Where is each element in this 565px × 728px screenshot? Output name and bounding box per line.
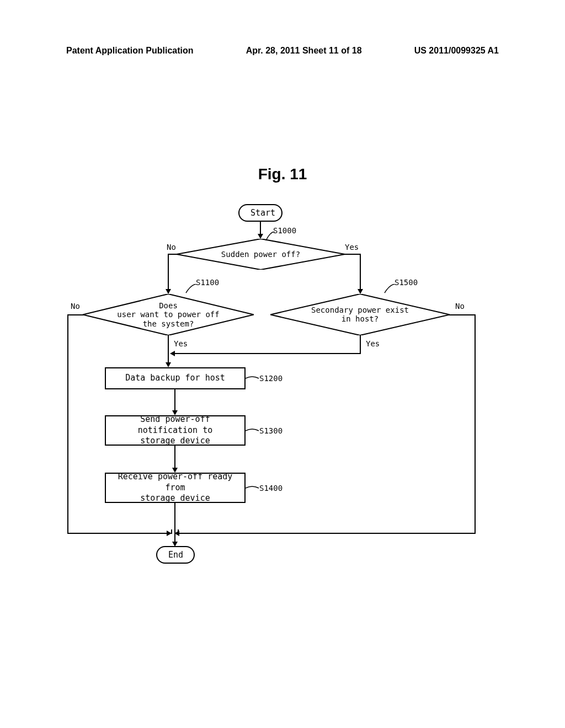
s1300-process: Send power-off notification to storage d…: [105, 415, 246, 446]
page-header: Patent Application Publication Apr. 28, …: [0, 46, 565, 56]
s1400-label: S1400: [259, 484, 282, 493]
header-right: US 2011/0099325 A1: [414, 46, 499, 56]
start-node: Start: [238, 204, 282, 222]
s1200-label: S1200: [259, 374, 282, 383]
no-label-1: No: [167, 243, 176, 251]
yes-label-3: Yes: [366, 339, 380, 348]
end-node: End: [156, 546, 195, 564]
s1000-decision: Sudden power off?: [177, 239, 345, 270]
s1200-process: Data backup for host: [105, 367, 246, 389]
yes-label-2: Yes: [174, 339, 188, 348]
s1300-label: S1300: [259, 426, 282, 435]
yes-label-1: Yes: [345, 243, 359, 251]
header-center: Apr. 28, 2011 Sheet 11 of 18: [246, 46, 362, 56]
s1400-process: Receive power-off ready from storage dev…: [105, 473, 246, 503]
s1500-label: S1500: [395, 278, 418, 287]
no-label-2: No: [71, 302, 80, 311]
s1000-label: S1000: [273, 226, 296, 235]
s1100-decision: Does user want to power off the system?: [83, 294, 254, 335]
s1100-label: S1100: [196, 278, 219, 287]
s1500-decision: Secondary power exist in host?: [270, 294, 450, 335]
flowchart: Start S1000 Sudden power off? No Yes S11…: [0, 204, 565, 590]
figure-title: Fig. 11: [258, 165, 307, 183]
no-label-3: No: [455, 302, 465, 311]
header-left: Patent Application Publication: [66, 46, 194, 56]
